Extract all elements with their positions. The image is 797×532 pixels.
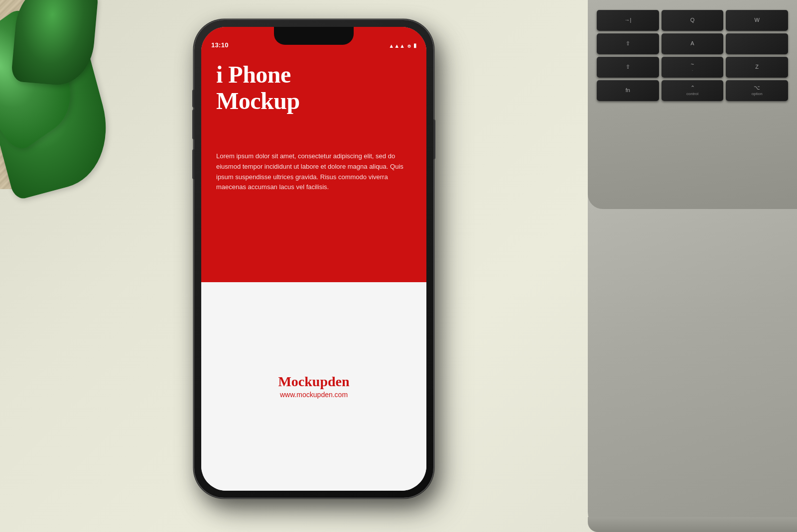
iphone-mockup: 13:10 ▲▲▲ ⌾ ▮ i Phone Mockup Lorem ipsum…	[194, 20, 433, 498]
brand-name: Mockupden	[278, 374, 349, 390]
a-key[interactable]: A	[662, 33, 724, 54]
tilde-key[interactable]: ~ ·	[662, 57, 724, 78]
up-arrow-icon: ⌃	[690, 85, 695, 91]
brand-section: Mockupden www.mockupden.com	[278, 374, 349, 399]
app-body-text: Lorem ipsum dolor sit amet, consectetur …	[216, 151, 411, 193]
fn-label: fn	[626, 87, 630, 94]
laptop-bottom-edge	[588, 517, 797, 532]
key-row-2: ⇧ A	[597, 33, 788, 54]
mute-button[interactable]	[192, 90, 194, 107]
shift-key[interactable]: ⇧	[597, 57, 659, 78]
app-title-line2: Mockup	[216, 88, 300, 114]
tab-key[interactable]: →|	[597, 10, 659, 31]
plant-decoration	[0, 0, 144, 299]
app-title-line1: i Phone	[216, 61, 291, 88]
status-time: 13:10	[211, 41, 229, 49]
app-bottom-section: Mockupden www.mockupden.com	[201, 282, 426, 491]
alt-icon: ⌥	[754, 85, 760, 91]
app-top-section: i Phone Mockup Lorem ipsum dolor sit ame…	[201, 27, 426, 282]
wifi-icon: ⌾	[407, 43, 411, 49]
control-key[interactable]: ⌃ control	[662, 80, 724, 101]
iphone-body: 13:10 ▲▲▲ ⌾ ▮ i Phone Mockup Lorem ipsum…	[194, 20, 433, 498]
control-label: control	[686, 92, 698, 97]
laptop-body: →| Q W ⇧ A	[588, 0, 797, 532]
status-icons: ▲▲▲ ⌾ ▮	[389, 42, 416, 49]
fn-key[interactable]: fn	[597, 80, 659, 101]
signal-icon: ▲▲▲	[389, 43, 405, 49]
power-button[interactable]	[433, 119, 435, 159]
iphone-screen: 13:10 ▲▲▲ ⌾ ▮ i Phone Mockup Lorem ipsum…	[201, 27, 426, 491]
volume-up-button[interactable]	[192, 109, 194, 139]
caps-key[interactable]: ⇧	[597, 33, 659, 54]
brand-url: www.mockupden.com	[278, 391, 349, 399]
key-row-4: fn ⌃ control ⌥ option	[597, 80, 788, 101]
empty-key	[726, 33, 788, 54]
q-key[interactable]: Q	[662, 10, 724, 31]
key-row-3: ⇧ ~ · Z	[597, 57, 788, 78]
battery-icon: ▮	[413, 42, 416, 49]
laptop-keyboard: →| Q W ⇧ A	[588, 0, 797, 532]
app-title-area: i Phone Mockup	[216, 62, 411, 114]
app-title: i Phone Mockup	[216, 62, 411, 114]
z-key[interactable]: Z	[726, 57, 788, 78]
option-label: option	[752, 92, 763, 97]
key-row-1: →| Q W	[597, 10, 788, 31]
volume-down-button[interactable]	[192, 149, 194, 179]
iphone-notch	[274, 27, 354, 45]
keyboard-area: →| Q W ⇧ A	[588, 0, 797, 209]
w-key[interactable]: W	[726, 10, 788, 31]
option-key[interactable]: ⌥ option	[726, 80, 788, 101]
